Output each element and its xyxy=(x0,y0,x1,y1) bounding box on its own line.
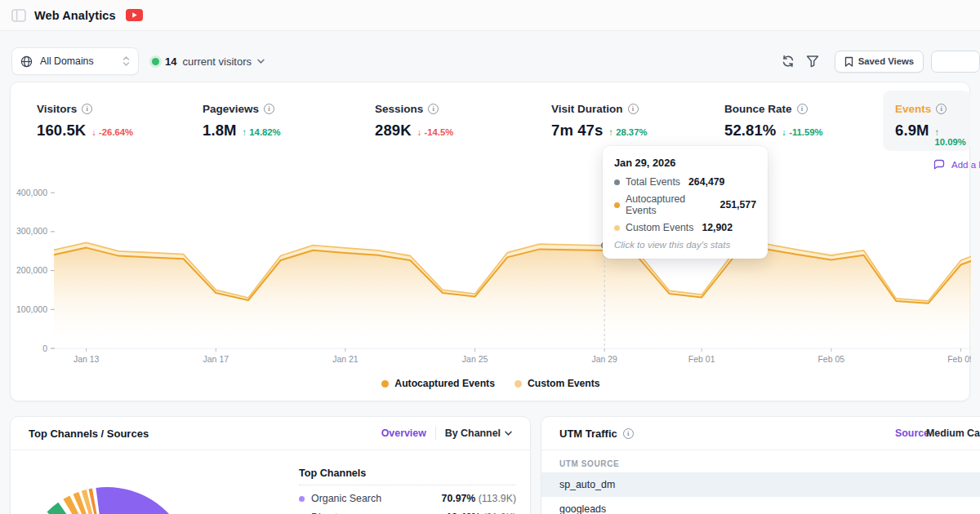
web-analytics-page: Web Analytics All Domains 14 current vis… xyxy=(0,0,980,514)
metric-delta: ↓ -26.64% xyxy=(91,127,133,137)
info-icon[interactable]: i xyxy=(628,104,639,114)
current-visitors[interactable]: 14 current visitors xyxy=(152,47,265,75)
filter-funnel-button[interactable] xyxy=(800,49,825,73)
metric-events[interactable]: Eventsi 6.9M↑ 10.09% xyxy=(895,102,971,157)
globe-icon xyxy=(20,55,33,68)
saved-views-button[interactable]: Saved Views xyxy=(835,51,924,73)
metric-label: Visit Duration xyxy=(551,103,623,115)
utm-tab-medium[interactable]: Medium xyxy=(926,428,964,439)
comment-bubble-icon xyxy=(933,159,945,170)
metric-delta: ↑ 14.82% xyxy=(243,127,281,137)
tooltip-row-autocaptured: Autocaptured Events 251,577 xyxy=(614,193,756,216)
svg-text:0: 0 xyxy=(42,343,47,353)
channel-row-organic-search[interactable]: Organic Search 70.97% (113.9K) xyxy=(299,493,516,504)
youtube-icon[interactable] xyxy=(126,9,143,21)
metric-visitors[interactable]: Visitorsi 160.5K↓ -26.64% xyxy=(37,102,203,157)
info-icon[interactable]: i xyxy=(428,104,439,114)
top-channels-title: Top Channels / Sources xyxy=(29,428,149,440)
custom-events-dot-icon xyxy=(514,380,522,388)
bookmark-icon xyxy=(844,56,853,67)
metric-label: Bounce Rate xyxy=(724,103,792,115)
utm-row[interactable]: googleads xyxy=(541,497,980,514)
svg-text:Feb 05: Feb 05 xyxy=(817,354,844,364)
metric-delta: ↓ -14.5% xyxy=(417,127,454,137)
info-icon[interactable]: i xyxy=(936,104,947,114)
metric-label: Events xyxy=(895,103,931,115)
metric-value: 6.9M xyxy=(895,122,929,140)
top-channels-card: Top Channels / Sources Overview By Chann… xyxy=(10,416,531,514)
metric-delta: ↑ 10.09% xyxy=(935,127,971,147)
by-channel-dropdown[interactable]: By Channel xyxy=(445,428,512,439)
chevron-down-icon xyxy=(257,59,265,64)
domain-selector-value: All Domains xyxy=(40,55,122,67)
current-visitors-count: 14 xyxy=(165,55,176,68)
svg-text:Jan 29: Jan 29 xyxy=(591,354,617,364)
sort-chevrons-icon xyxy=(122,55,130,67)
autocaptured-dot-icon xyxy=(614,202,620,208)
svg-text:Jan 13: Jan 13 xyxy=(74,354,100,364)
metric-value: 52.81% xyxy=(724,122,776,140)
metric-delta: ↑ 28.37% xyxy=(608,127,647,137)
analytics-overview-card: Visitorsi 160.5K↓ -26.64% Pageviewsi 1.8… xyxy=(10,82,970,401)
svg-text:Feb 09: Feb 09 xyxy=(947,354,971,364)
metric-value: 1.8M xyxy=(203,122,237,140)
info-icon[interactable]: i xyxy=(797,104,808,114)
domain-selector[interactable]: All Domains xyxy=(11,47,139,75)
filter-bar: All Domains 14 current visitors xyxy=(0,31,980,82)
metric-value: 7m 47s xyxy=(551,122,603,140)
svg-text:Jan 17: Jan 17 xyxy=(203,354,229,364)
clipped-toolbar-button[interactable] xyxy=(931,51,980,73)
tooltip-hint: Click to view this day's stats xyxy=(614,240,756,250)
autocaptured-dot-icon xyxy=(381,380,389,388)
svg-text:Jan 25: Jan 25 xyxy=(462,354,488,364)
metric-label: Pageviews xyxy=(203,103,259,115)
info-icon[interactable]: i xyxy=(82,104,92,114)
tooltip-row-total: Total Events 264,479 xyxy=(614,176,756,188)
svg-text:Jan 21: Jan 21 xyxy=(332,354,359,364)
legend-custom[interactable]: Custom Events xyxy=(514,378,600,389)
utm-traffic-card: UTM Traffic i Source Medium Campaign UTM… xyxy=(541,416,980,514)
metric-value: 289K xyxy=(375,122,412,140)
chart-tooltip: Jan 29, 2026 Total Events 264,479 Autoca… xyxy=(603,146,768,259)
tooltip-date: Jan 29, 2026 xyxy=(614,157,756,169)
metric-label: Sessions xyxy=(375,103,423,115)
saved-views-label: Saved Views xyxy=(858,56,914,66)
svg-text:Feb 01: Feb 01 xyxy=(688,354,715,364)
svg-text:300,000: 300,000 xyxy=(16,226,47,236)
add-note-label: Add a Note xyxy=(951,160,980,170)
tooltip-row-custom: Custom Events 12,902 xyxy=(614,222,756,233)
utm-tab-source[interactable]: Source xyxy=(895,428,929,439)
metric-pageviews[interactable]: Pageviewsi 1.8M↑ 14.82% xyxy=(203,102,375,157)
page-title: Web Analytics xyxy=(34,9,116,22)
metrics-row: Visitorsi 160.5K↓ -26.64% Pageviewsi 1.8… xyxy=(11,82,971,157)
channels-pie-chart[interactable] xyxy=(11,456,231,514)
add-note-button[interactable]: Add a Note xyxy=(933,159,980,170)
divider xyxy=(435,427,436,440)
metric-value: 160.5K xyxy=(37,122,86,140)
overview-link[interactable]: Overview xyxy=(381,428,426,439)
events-area-chart[interactable]: 400,000300,000200,000100,0000Jan 13Jan 1… xyxy=(11,180,971,368)
legend-autocaptured[interactable]: Autocaptured Events xyxy=(381,378,495,389)
top-channels-header: Top Channels / Sources Overview By Chann… xyxy=(11,417,530,450)
svg-text:100,000: 100,000 xyxy=(16,304,47,314)
metric-sessions[interactable]: Sessionsi 289K↓ -14.5% xyxy=(375,102,551,157)
total-events-dot-icon xyxy=(614,179,620,185)
utm-title: UTM Traffic i xyxy=(559,428,634,440)
refresh-button[interactable] xyxy=(776,49,800,73)
chart-legend: Autocaptured Events Custom Events xyxy=(11,378,971,389)
metric-delta: ↓ -11.59% xyxy=(782,127,822,137)
utm-tab-campaign[interactable]: Campaign xyxy=(967,428,980,439)
live-dot-icon xyxy=(152,58,159,65)
top-channels-list: Top Channels Organic Search 70.97% (113.… xyxy=(299,467,516,514)
current-visitors-label: current visitors xyxy=(182,55,252,68)
sidebar-toggle-icon[interactable] xyxy=(11,8,26,23)
custom-events-dot-icon xyxy=(614,225,620,231)
filter-bar-actions: Saved Views xyxy=(776,47,980,75)
info-icon[interactable]: i xyxy=(264,104,274,114)
channel-dot-icon xyxy=(299,496,305,502)
svg-text:400,000: 400,000 xyxy=(16,188,47,197)
utm-header: UTM Traffic i Source Medium Campaign xyxy=(541,417,980,450)
info-icon[interactable]: i xyxy=(623,428,634,439)
utm-source-column-header[interactable]: UTM SOURCE xyxy=(559,459,619,468)
utm-row[interactable]: sp_auto_dm xyxy=(541,472,980,497)
